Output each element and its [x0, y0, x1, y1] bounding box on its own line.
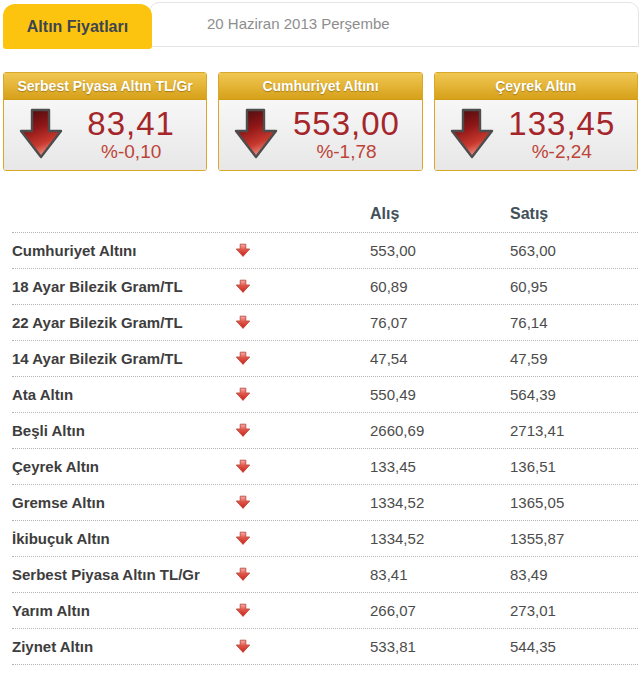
table-row: İkibuçuk Altın 1334,52 1355,87 — [12, 521, 638, 557]
card-cumhuriyet: Cumhuriyet Altını 553,00 %-1,78 — [218, 72, 422, 171]
instrument-name: Cumhuriyet Altını — [12, 242, 228, 259]
table-row: Gremse Altın 1334,52 1365,05 — [12, 485, 638, 521]
table-body: Cumhuriyet Altını 553,00 563,00 18 Ayar … — [12, 233, 638, 665]
sell-price: 563,00 — [510, 242, 638, 259]
card-values: 553,00 %-1,78 — [279, 107, 413, 164]
card-change: %-2,24 — [495, 141, 629, 163]
sell-price: 273,01 — [510, 602, 638, 619]
red-down-arrow-icon — [228, 423, 258, 438]
buy-price: 83,41 — [370, 566, 510, 583]
instrument-name: Beşli Altın — [12, 422, 228, 439]
card-change: %-1,78 — [279, 141, 413, 163]
card-body: 133,45 %-2,24 — [435, 100, 637, 170]
table-row: 18 Ayar Bilezik Gram/TL 60,89 60,95 — [12, 269, 638, 305]
red-down-arrow-icon — [228, 567, 258, 582]
instrument-name: İkibuçuk Altın — [12, 530, 228, 547]
red-down-arrow-icon — [228, 243, 258, 258]
sell-price: 136,51 — [510, 458, 638, 475]
sell-price: 1365,05 — [510, 494, 638, 511]
sell-price: 2713,41 — [510, 422, 638, 439]
table-row: Ata Altın 550,49 564,39 — [12, 377, 638, 413]
sell-price: 83,49 — [510, 566, 638, 583]
card-title: Serbest Piyasa Altın TL/Gr — [4, 73, 206, 100]
card-serbest-piyasa: Serbest Piyasa Altın TL/Gr 83,41 %-0,10 — [3, 72, 207, 171]
table-row: Yarım Altın 266,07 273,01 — [12, 593, 638, 629]
card-price: 133,45 — [495, 107, 629, 141]
buy-price: 2660,69 — [370, 422, 510, 439]
instrument-name: 18 Ayar Bilezik Gram/TL — [12, 278, 228, 295]
column-header-buy: Alış — [370, 205, 510, 223]
table-row: 22 Ayar Bilezik Gram/TL 76,07 76,14 — [12, 305, 638, 341]
instrument-name: Çeyrek Altın — [12, 458, 228, 475]
buy-price: 60,89 — [370, 278, 510, 295]
red-down-arrow-icon — [228, 531, 258, 546]
red-down-arrow-icon — [228, 387, 258, 402]
red-down-arrow-icon — [449, 107, 495, 165]
card-change: %-0,10 — [64, 141, 198, 163]
price-table: Alış Satış Cumhuriyet Altını 553,00 563,… — [12, 197, 638, 665]
card-title: Çeyrek Altın — [435, 73, 637, 100]
red-down-arrow-icon — [18, 107, 64, 165]
instrument-name: Ziynet Altın — [12, 638, 228, 655]
table-row: Serbest Piyasa Altın TL/Gr 83,41 83,49 — [12, 557, 638, 593]
card-title: Cumhuriyet Altını — [219, 73, 421, 100]
table-row: Ziynet Altın 533,81 544,35 — [12, 629, 638, 665]
red-down-arrow-icon — [233, 107, 279, 165]
card-price: 83,41 — [64, 107, 198, 141]
card-price: 553,00 — [279, 107, 413, 141]
instrument-name: Ata Altın — [12, 386, 228, 403]
summary-cards: Serbest Piyasa Altın TL/Gr 83,41 %-0,10 … — [0, 72, 641, 171]
buy-price: 1334,52 — [370, 494, 510, 511]
red-down-arrow-icon — [228, 495, 258, 510]
card-values: 133,45 %-2,24 — [495, 107, 629, 164]
buy-price: 47,54 — [370, 350, 510, 367]
table-header: Alış Satış — [12, 197, 638, 233]
red-down-arrow-icon — [228, 315, 258, 330]
tab-altin-fiyatlari[interactable]: Altın Fiyatları — [3, 4, 152, 49]
sell-price: 1355,87 — [510, 530, 638, 547]
sell-price: 47,59 — [510, 350, 638, 367]
card-ceyrek: Çeyrek Altın 133,45 %-2,24 — [434, 72, 638, 171]
sell-price: 564,39 — [510, 386, 638, 403]
sell-price: 76,14 — [510, 314, 638, 331]
instrument-name: 14 Ayar Bilezik Gram/TL — [12, 350, 228, 367]
column-header-sell: Satış — [510, 205, 638, 223]
red-down-arrow-icon — [228, 351, 258, 366]
buy-price: 133,45 — [370, 458, 510, 475]
tab-label: Altın Fiyatları — [27, 18, 128, 36]
card-body: 83,41 %-0,10 — [4, 100, 206, 170]
buy-price: 76,07 — [370, 314, 510, 331]
header: 20 Haziran 2013 Perşembe Altın Fiyatları — [0, 0, 641, 48]
red-down-arrow-icon — [228, 603, 258, 618]
sell-price: 60,95 — [510, 278, 638, 295]
instrument-name: Serbest Piyasa Altın TL/Gr — [12, 566, 228, 583]
instrument-name: Gremse Altın — [12, 494, 228, 511]
table-row: Çeyrek Altın 133,45 136,51 — [12, 449, 638, 485]
red-down-arrow-icon — [228, 279, 258, 294]
card-body: 553,00 %-1,78 — [219, 100, 421, 170]
table-row: Cumhuriyet Altını 553,00 563,00 — [12, 233, 638, 269]
instrument-name: 22 Ayar Bilezik Gram/TL — [12, 314, 228, 331]
buy-price: 553,00 — [370, 242, 510, 259]
instrument-name: Yarım Altın — [12, 602, 228, 619]
table-row: Beşli Altın 2660,69 2713,41 — [12, 413, 638, 449]
card-values: 83,41 %-0,10 — [64, 107, 198, 164]
buy-price: 1334,52 — [370, 530, 510, 547]
buy-price: 550,49 — [370, 386, 510, 403]
buy-price: 266,07 — [370, 602, 510, 619]
date-panel: 20 Haziran 2013 Perşembe — [149, 2, 639, 47]
red-down-arrow-icon — [228, 639, 258, 654]
red-down-arrow-icon — [228, 459, 258, 474]
sell-price: 544,35 — [510, 638, 638, 655]
date-label: 20 Haziran 2013 Perşembe — [150, 3, 638, 45]
buy-price: 533,81 — [370, 638, 510, 655]
table-row: 14 Ayar Bilezik Gram/TL 47,54 47,59 — [12, 341, 638, 377]
